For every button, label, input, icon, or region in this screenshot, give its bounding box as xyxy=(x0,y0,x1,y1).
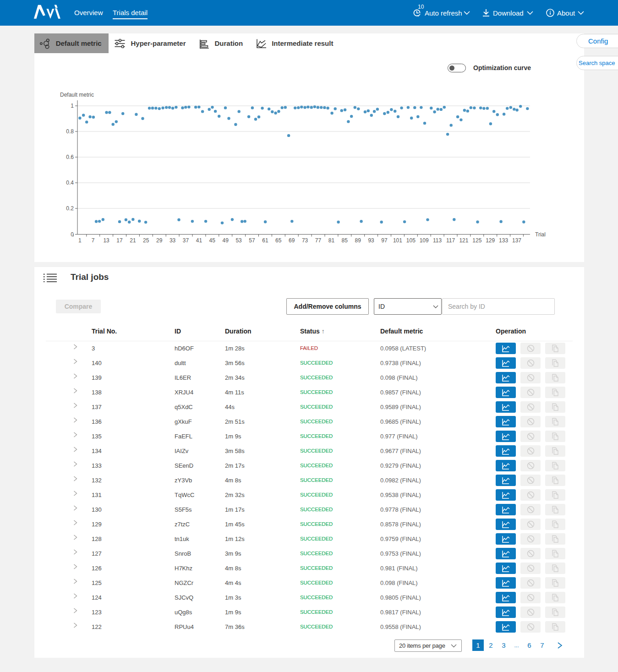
svg-text:17: 17 xyxy=(116,237,123,244)
svg-text:53: 53 xyxy=(235,237,242,244)
svg-text:85: 85 xyxy=(342,237,348,244)
svg-text:21: 21 xyxy=(130,237,136,244)
svg-text:105: 105 xyxy=(406,237,416,244)
svg-text:7: 7 xyxy=(92,237,95,244)
svg-text:13: 13 xyxy=(103,237,109,244)
svg-text:33: 33 xyxy=(170,237,176,244)
svg-text:101: 101 xyxy=(393,237,402,244)
svg-text:0.4: 0.4 xyxy=(66,180,74,186)
svg-text:Default metric: Default metric xyxy=(60,92,94,98)
svg-text:25: 25 xyxy=(143,237,149,244)
svg-text:49: 49 xyxy=(223,237,229,244)
svg-text:125: 125 xyxy=(472,237,481,244)
svg-text:73: 73 xyxy=(302,237,308,244)
svg-text:137: 137 xyxy=(512,237,521,244)
svg-text:121: 121 xyxy=(459,237,468,244)
svg-text:109: 109 xyxy=(420,237,429,244)
svg-text:133: 133 xyxy=(499,237,508,244)
svg-text:97: 97 xyxy=(381,237,388,244)
svg-text:37: 37 xyxy=(183,237,189,244)
svg-text:69: 69 xyxy=(289,237,295,244)
svg-text:77: 77 xyxy=(315,237,322,244)
svg-text:Trial: Trial xyxy=(535,231,546,238)
svg-text:1: 1 xyxy=(78,237,82,244)
svg-text:129: 129 xyxy=(486,237,495,244)
svg-text:65: 65 xyxy=(275,237,282,244)
svg-text:45: 45 xyxy=(209,237,216,244)
svg-text:0.6: 0.6 xyxy=(66,154,74,160)
svg-text:57: 57 xyxy=(249,237,255,244)
svg-text:41: 41 xyxy=(196,237,202,244)
svg-text:89: 89 xyxy=(355,237,361,244)
svg-text:93: 93 xyxy=(368,237,374,244)
svg-text:0.8: 0.8 xyxy=(66,128,74,135)
svg-text:0.2: 0.2 xyxy=(66,205,74,212)
svg-text:1: 1 xyxy=(71,103,74,109)
svg-text:81: 81 xyxy=(328,237,335,244)
svg-text:113: 113 xyxy=(433,237,442,244)
svg-text:61: 61 xyxy=(262,237,268,244)
svg-text:117: 117 xyxy=(446,237,455,244)
svg-text:29: 29 xyxy=(156,237,163,244)
